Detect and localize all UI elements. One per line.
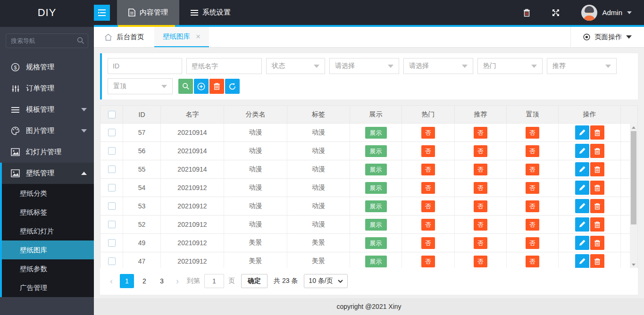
batch-delete-button[interactable]	[209, 79, 224, 94]
filter-name-input[interactable]	[186, 58, 262, 74]
top-tab-content-management[interactable]: 内容管理	[117, 0, 179, 25]
recommend-badge[interactable]: 否	[474, 164, 487, 175]
delete-button[interactable]	[590, 144, 604, 158]
sidebar-item-order-management[interactable]: 订单管理	[0, 78, 94, 99]
scroll-up-arrow-icon[interactable]	[630, 124, 637, 131]
top-badge[interactable]: 否	[526, 200, 539, 212]
hot-badge[interactable]: 否	[421, 127, 435, 139]
edit-button[interactable]	[575, 236, 589, 250]
add-button[interactable]	[194, 79, 209, 94]
hot-badge[interactable]: 否	[421, 164, 435, 175]
row-checkbox[interactable]	[108, 257, 116, 265]
sidebar-item-spec-management[interactable]: $ 规格管理	[0, 57, 94, 78]
hot-badge[interactable]: 否	[421, 237, 435, 249]
recommend-badge[interactable]: 否	[474, 219, 487, 231]
top-badge[interactable]: 否	[526, 164, 539, 175]
per-page-select[interactable]: 10 条/页	[304, 274, 347, 288]
submenu-item-ad-management[interactable]: 广告管理	[2, 278, 94, 297]
collapse-sidebar-button[interactable]	[94, 5, 110, 21]
hot-badge[interactable]: 否	[421, 219, 435, 231]
top-badge[interactable]: 否	[526, 256, 539, 267]
confirm-button[interactable]: 确定	[241, 274, 268, 288]
edit-button[interactable]	[575, 162, 589, 176]
recommend-badge[interactable]: 否	[474, 200, 487, 212]
filter-status-select[interactable]: 状态	[266, 58, 325, 74]
filter-top-select[interactable]: 置顶	[108, 78, 173, 94]
show-badge[interactable]: 展示	[365, 164, 387, 175]
scroll-down-arrow-icon[interactable]	[630, 261, 637, 268]
submenu-item-wallpaper-tag[interactable]: 壁纸标签	[2, 203, 94, 222]
top-badge[interactable]: 否	[526, 237, 539, 249]
delete-button[interactable]	[590, 236, 604, 250]
hot-badge[interactable]: 否	[421, 145, 435, 157]
page-actions-dropdown[interactable]: 页面操作	[570, 27, 644, 47]
row-checkbox[interactable]	[108, 202, 116, 210]
page-number-1[interactable]: 1	[120, 274, 134, 288]
filter-hot-select[interactable]: 热门	[477, 58, 543, 74]
submenu-item-wallpaper-gallery[interactable]: 壁纸图库	[2, 240, 94, 259]
hot-badge[interactable]: 否	[421, 256, 435, 267]
prev-page-icon[interactable]: ‹	[106, 277, 117, 285]
select-all-checkbox[interactable]	[108, 111, 116, 118]
filter-category-select[interactable]: 请选择	[329, 58, 399, 74]
recommend-badge[interactable]: 否	[474, 237, 487, 249]
show-badge[interactable]: 展示	[365, 145, 387, 157]
show-badge[interactable]: 展示	[365, 200, 387, 212]
delete-button[interactable]	[590, 181, 604, 195]
filter-id-input[interactable]	[108, 58, 182, 74]
show-badge[interactable]: 展示	[365, 256, 387, 267]
delete-button[interactable]	[590, 199, 604, 213]
fullscreen-icon[interactable]	[551, 8, 560, 17]
delete-button[interactable]	[590, 254, 604, 268]
top-tab-system-settings[interactable]: 系统设置	[179, 0, 242, 25]
table-scrollbar[interactable]	[630, 124, 637, 268]
close-icon[interactable]: ×	[196, 33, 201, 41]
tab-wallpaper-gallery[interactable]: 壁纸图库 ×	[154, 27, 209, 47]
submenu-item-wallpaper-params[interactable]: 壁纸参数	[2, 259, 94, 278]
row-checkbox[interactable]	[108, 239, 116, 247]
recommend-badge[interactable]: 否	[474, 145, 487, 157]
sidebar-search-input[interactable]	[6, 33, 88, 48]
user-menu[interactable]: Admin	[581, 5, 632, 21]
row-checkbox[interactable]	[108, 184, 116, 191]
delete-button[interactable]	[590, 162, 604, 176]
hot-badge[interactable]: 否	[421, 182, 435, 194]
sidebar-item-image-management[interactable]: 图片管理	[0, 120, 94, 141]
edit-button[interactable]	[575, 125, 589, 140]
top-badge[interactable]: 否	[526, 127, 539, 139]
next-page-icon[interactable]: ›	[172, 277, 183, 285]
edit-button[interactable]	[575, 254, 589, 268]
row-checkbox[interactable]	[108, 221, 116, 228]
top-badge[interactable]: 否	[526, 182, 539, 194]
delete-button[interactable]	[590, 217, 604, 232]
recommend-badge[interactable]: 否	[474, 127, 487, 139]
show-badge[interactable]: 展示	[365, 127, 387, 139]
edit-button[interactable]	[575, 181, 589, 195]
sidebar-item-template-management[interactable]: 模板管理	[0, 99, 94, 120]
row-checkbox[interactable]	[108, 129, 116, 136]
page-number-3[interactable]: 3	[155, 274, 169, 288]
page-number-2[interactable]: 2	[137, 274, 151, 288]
top-badge[interactable]: 否	[526, 145, 539, 157]
show-badge[interactable]: 展示	[365, 219, 387, 231]
row-checkbox[interactable]	[108, 166, 116, 173]
tab-home[interactable]: 后台首页	[94, 27, 154, 47]
show-badge[interactable]: 展示	[365, 182, 387, 194]
hot-badge[interactable]: 否	[421, 200, 435, 212]
edit-button[interactable]	[575, 144, 589, 158]
edit-button[interactable]	[575, 199, 589, 213]
submenu-item-wallpaper-category[interactable]: 壁纸分类	[2, 184, 94, 203]
filter-tag-select[interactable]: 请选择	[403, 58, 473, 74]
search-icon[interactable]	[77, 37, 84, 44]
recommend-badge[interactable]: 否	[474, 182, 487, 194]
scrollbar-thumb[interactable]	[631, 131, 636, 224]
top-badge[interactable]: 否	[526, 219, 539, 231]
sidebar-item-wallpaper-management[interactable]: 壁纸管理	[0, 163, 94, 184]
row-checkbox[interactable]	[108, 147, 116, 155]
recommend-badge[interactable]: 否	[474, 256, 487, 267]
search-button[interactable]	[178, 79, 193, 94]
sidebar-item-slideshow-management[interactable]: 幻灯片管理	[0, 141, 94, 163]
goto-page-input[interactable]	[204, 274, 224, 288]
show-badge[interactable]: 展示	[365, 237, 387, 249]
delete-button[interactable]	[590, 125, 604, 140]
